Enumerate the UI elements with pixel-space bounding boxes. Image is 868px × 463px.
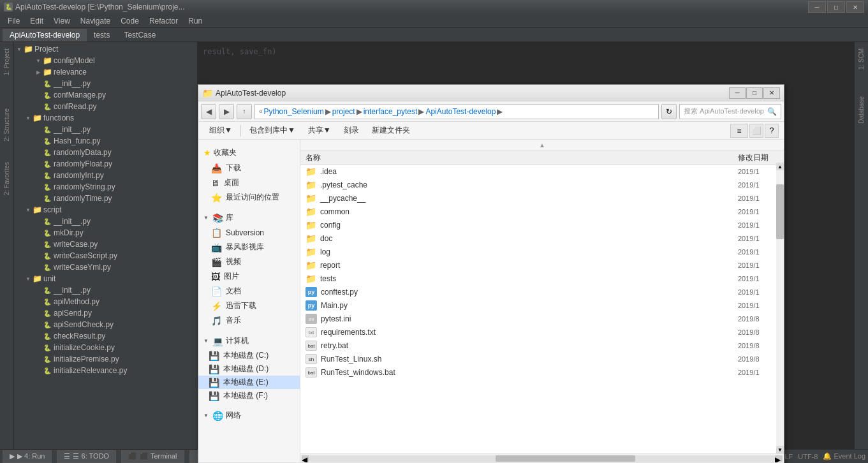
tree-checkResult[interactable]: 🐍 checkResult.py	[14, 330, 197, 342]
scroll-right-button[interactable]: ▶	[775, 455, 783, 462]
path-part-project[interactable]: project	[332, 107, 355, 116]
tree-apiSend[interactable]: 🐍 apiSend.py	[14, 307, 197, 319]
nav-image[interactable]: 🖼 图片	[198, 269, 300, 284]
scroll-thumb[interactable]	[496, 455, 635, 462]
nav-subversion[interactable]: 📋 Subversion	[198, 226, 300, 240]
file-row[interactable]: 📁.idea 2019/1	[300, 165, 784, 179]
back-button[interactable]: ◀	[201, 104, 216, 119]
nav-favorites-header[interactable]: ★ 收藏夹	[198, 145, 300, 161]
nav-network-header[interactable]: ▼ 🌐 网络	[198, 408, 300, 423]
right-tab-scm[interactable]: 1: SCM	[857, 45, 866, 73]
file-row[interactable]: ini pytest.ini 2019/8	[300, 312, 784, 326]
file-row[interactable]: py conftest.py 2019/1	[300, 286, 784, 299]
tree-apiSendCheck[interactable]: 🐍 apiSendCheck.py	[14, 319, 197, 330]
nav-library-header[interactable]: ▼ 📚 库	[198, 210, 300, 226]
nav-drive-c[interactable]: 💾 本地磁盘 (C:)	[198, 349, 300, 362]
menu-view[interactable]: View	[48, 15, 75, 27]
menu-file[interactable]: File	[3, 15, 25, 27]
tree-writeCaseYml[interactable]: 🐍 writeCaseYml.py	[14, 261, 197, 273]
view-toggle-button[interactable]: ≡	[730, 124, 748, 138]
nav-desktop[interactable]: 🖥 桌面	[198, 175, 300, 190]
tree-randomlyData[interactable]: 🐍 randomlyData.py	[14, 147, 197, 158]
nav-drive-e[interactable]: 💾 本地磁盘 (E:)	[198, 376, 300, 389]
explorer-restore-button[interactable]: □	[746, 87, 763, 99]
right-tab-database[interactable]: Database	[857, 92, 866, 128]
scroll-up-button[interactable]: ▲	[776, 163, 784, 170]
tree-randomlyFloat[interactable]: 🐍 randomlyFloat.py	[14, 158, 197, 170]
close-button[interactable]: ✕	[846, 1, 864, 13]
tree-writeCaseScript[interactable]: 🐍 writeCaseScript.py	[14, 250, 197, 261]
tree-hash-func[interactable]: 🐍 Hash_func.py	[14, 135, 197, 147]
scroll-track-v[interactable]	[776, 170, 784, 446]
menu-code[interactable]: Code	[115, 15, 144, 27]
share-button[interactable]: 共享▼	[302, 124, 337, 138]
scroll-track[interactable]	[309, 455, 775, 462]
nav-video[interactable]: 🎬 视频	[198, 254, 300, 269]
nav-drive-f[interactable]: 💾 本地磁盘 (F:)	[198, 389, 300, 402]
tree-initializeCookie[interactable]: 🐍 initializeCookie.py	[14, 342, 197, 353]
file-row[interactable]: 📁log 2019/1	[300, 246, 784, 259]
file-row[interactable]: 📁.pytest_cache 2019/1	[300, 179, 784, 192]
tree-unit[interactable]: ▼ 📁 unit	[14, 273, 197, 284]
file-row[interactable]: sh RunTest_Linux.sh 2019/8	[300, 353, 784, 366]
search-box[interactable]: 搜索 ApiAutoTest-develop 🔍	[679, 104, 781, 119]
file-row[interactable]: py Main.py 2019/1	[300, 299, 784, 312]
tree-initializeRelevance[interactable]: 🐍 initializeRelevance.py	[14, 365, 197, 376]
scroll-thumb-v[interactable]	[776, 184, 784, 239]
tree-randomlyInt[interactable]: 🐍 randomlyInt.py	[14, 170, 197, 181]
file-row[interactable]: bat retry.bat 2019/8	[300, 339, 784, 353]
nav-baofeng[interactable]: 📺 暴风影视库	[198, 240, 300, 254]
horizontal-scrollbar[interactable]: ◀ ▶	[300, 453, 784, 462]
tree-mkDir[interactable]: 🐍 mkDir.py	[14, 227, 197, 239]
file-row[interactable]: txt requirements.txt 2019/8	[300, 326, 784, 339]
file-row[interactable]: 📁__pycache__ 2019/1	[300, 192, 784, 205]
tree-initializePremise[interactable]: 🐍 initializePremise.py	[14, 353, 197, 365]
sidebar-tab-favorites[interactable]: 2: Favorites	[2, 158, 11, 199]
tree-confManage[interactable]: 🐍 confManage.py	[14, 89, 197, 101]
nav-recent[interactable]: ⭐ 最近访问的位置	[198, 190, 300, 205]
tree-relevance[interactable]: ▶ 📁 relevance	[14, 66, 197, 78]
terminal-tab[interactable]: ⬛ ⬛ Terminal	[121, 450, 184, 463]
tree-randomlyString[interactable]: 🐍 randomlyString.py	[14, 181, 197, 193]
todo-tab[interactable]: ☰ ☰ 6: TODO	[57, 450, 116, 463]
nav-music[interactable]: 🎵 音乐	[198, 313, 300, 328]
tree-randomlyTime[interactable]: 🐍 randomlyTime.py	[14, 193, 197, 204]
nav-computer-header[interactable]: ▼ 💻 计算机	[198, 333, 300, 349]
tree-configModel[interactable]: ▼ 📁 configModel	[24, 55, 197, 66]
path-part-python-selenium[interactable]: Python_Selenium	[264, 107, 324, 116]
address-path-bar[interactable]: « Python_Selenium ▶ project ▶ interface_…	[254, 104, 659, 119]
tree-init-py-script[interactable]: 🐍 __init__.py	[14, 216, 197, 227]
tree-init-py-functions[interactable]: 🐍 __init__.py	[14, 124, 197, 135]
column-name[interactable]: 名称	[300, 152, 733, 163]
file-row[interactable]: 📁doc 2019/1	[300, 232, 784, 246]
path-part-interface[interactable]: interface_pytest	[364, 107, 418, 116]
tab-tests[interactable]: tests	[87, 29, 117, 41]
include-button[interactable]: 包含到库中▼	[244, 124, 301, 138]
vertical-scrollbar[interactable]: ▲ ▼	[776, 163, 784, 453]
explorer-minimize-button[interactable]: ─	[729, 87, 746, 99]
sidebar-tab-structure[interactable]: 2: Structure	[2, 105, 11, 145]
organize-button[interactable]: 组织▼	[203, 124, 238, 138]
nav-download[interactable]: 📥 下载	[198, 161, 300, 175]
restore-button[interactable]: □	[827, 1, 845, 13]
file-row[interactable]: bat RunTest_windows.bat 2019/1	[300, 366, 784, 379]
nav-drive-d[interactable]: 💾 本地磁盘 (D:)	[198, 362, 300, 376]
tree-writeCase[interactable]: 🐍 writeCase.py	[14, 239, 197, 250]
tab-testcase[interactable]: TestCase	[117, 29, 163, 41]
menu-refactor[interactable]: Refactor	[144, 15, 183, 27]
up-button[interactable]: ↑	[237, 104, 252, 119]
nav-document[interactable]: 📄 文档	[198, 284, 300, 298]
tree-root-project[interactable]: ▼ 📁 Project	[14, 43, 197, 55]
file-row[interactable]: 📁report 2019/1	[300, 259, 784, 272]
forward-button[interactable]: ▶	[219, 104, 234, 119]
new-folder-button[interactable]: 新建文件夹	[366, 124, 416, 138]
tree-script[interactable]: ▼ 📁 script	[14, 204, 197, 216]
tree-confRead[interactable]: 🐍 confRead.py	[14, 101, 197, 112]
scroll-left-button[interactable]: ◀	[302, 455, 309, 462]
column-modified[interactable]: 修改日期	[733, 152, 784, 163]
file-row[interactable]: 📁common 2019/1	[300, 205, 784, 219]
tree-functions[interactable]: ▼ 📁 functions	[14, 112, 197, 124]
help-button[interactable]: ?	[765, 124, 779, 138]
view-pane-button[interactable]: ⬜	[749, 124, 763, 138]
path-part-apiAutoTest[interactable]: ApiAutoTest-develop	[425, 107, 496, 116]
